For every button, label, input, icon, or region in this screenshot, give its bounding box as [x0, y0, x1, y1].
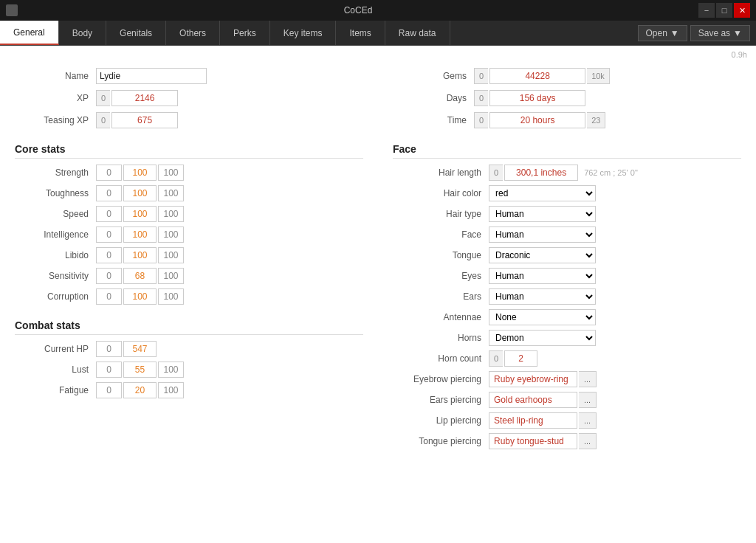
- hair-type-select[interactable]: HumanDraconicDemon: [489, 206, 596, 222]
- stat-inputs: [96, 382, 184, 398]
- stat-max-input[interactable]: [158, 165, 184, 181]
- hair-length-label: Hair length: [393, 167, 489, 178]
- stat-inputs: [96, 362, 184, 378]
- tab-others[interactable]: Others: [166, 21, 220, 45]
- horn-count-input[interactable]: [504, 350, 537, 367]
- eyes-select[interactable]: HumanDraconicDemon: [489, 268, 596, 284]
- version-label: 0.9h: [732, 50, 747, 59]
- stat-prefix-input[interactable]: [96, 165, 122, 181]
- ears-select[interactable]: HumanDraconicDemon: [489, 288, 596, 305]
- hair-color-select[interactable]: redblackblonde: [489, 185, 596, 201]
- ears-piercing-input[interactable]: [489, 392, 577, 408]
- gems-prefix: 0: [474, 68, 488, 84]
- stat-prefix-input[interactable]: [96, 288, 122, 305]
- stat-label: Toughness: [15, 188, 96, 198]
- lip-piercing-btn[interactable]: ...: [579, 412, 597, 429]
- core-stats-container: Strength Toughness Speed Intelligence Li…: [15, 165, 363, 305]
- name-input[interactable]: [96, 68, 207, 84]
- tab-items[interactable]: Items: [336, 21, 385, 45]
- tab-genitals[interactable]: Genitals: [106, 21, 166, 45]
- hair-color-label: Hair color: [393, 188, 489, 198]
- stat-label: Libido: [15, 250, 96, 260]
- stat-value-input[interactable]: [123, 206, 157, 222]
- tongue-piercing-btn[interactable]: ...: [579, 433, 597, 449]
- stat-max-input[interactable]: [158, 288, 184, 305]
- stat-prefix-input[interactable]: [96, 185, 122, 201]
- stat-inputs: [96, 185, 184, 201]
- xp-input[interactable]: [111, 90, 178, 106]
- tab-raw-data[interactable]: Raw data: [385, 21, 450, 45]
- lip-piercing-label: Lip piercing: [393, 415, 489, 426]
- stat-value-input[interactable]: [123, 185, 157, 201]
- eyebrow-piercing-input[interactable]: [489, 371, 577, 387]
- stat-max-input[interactable]: [158, 206, 184, 222]
- stat-prefix-input[interactable]: [96, 268, 122, 284]
- stat-value-input[interactable]: [123, 226, 157, 243]
- eyebrow-piercing-label: Eyebrow piercing: [393, 374, 489, 384]
- ears-piercing-btn[interactable]: ...: [579, 392, 597, 408]
- stat-prefix-input[interactable]: [96, 206, 122, 222]
- stat-value-input[interactable]: [123, 382, 157, 398]
- teasing-xp-prefix: 0: [96, 112, 110, 128]
- eyebrow-piercing-btn[interactable]: ...: [579, 371, 597, 387]
- stat-value-input[interactable]: [123, 362, 157, 378]
- gems-input[interactable]: [489, 68, 585, 84]
- xp-input-group: 0: [96, 90, 178, 106]
- tongue-select[interactable]: DraconicHumanNone: [489, 247, 596, 263]
- combat-stats-title: Combat stats: [15, 319, 363, 335]
- antennae-select[interactable]: NoneHumanDraconic: [489, 309, 596, 325]
- stat-inputs: [96, 341, 157, 357]
- ears-piercing-row: Ears piercing ...: [393, 392, 741, 408]
- minimize-button[interactable]: −: [698, 3, 715, 18]
- time-label: Time: [393, 115, 474, 125]
- time-row: Time 0 23: [393, 112, 741, 128]
- teasing-xp-input-group: 0: [96, 112, 178, 128]
- eyes-row: Eyes HumanDraconicDemon: [393, 268, 741, 284]
- stat-value-input[interactable]: [123, 268, 157, 284]
- tongue-label: Tongue: [393, 250, 489, 260]
- main-content: 0.9h Name XP 0 Teasing XP 0: [0, 46, 756, 543]
- tab-perks[interactable]: Perks: [220, 21, 270, 45]
- stat-prefix-input[interactable]: [96, 247, 122, 263]
- app-icon: [6, 4, 18, 16]
- horns-select[interactable]: DemonNoneDraconic: [489, 330, 596, 346]
- core-stat-row: Speed: [15, 206, 363, 222]
- ears-row: Ears HumanDraconicDemon: [393, 288, 741, 305]
- stat-prefix-input[interactable]: [96, 341, 122, 357]
- stat-max-input[interactable]: [158, 382, 184, 398]
- tongue-piercing-input[interactable]: [489, 433, 577, 449]
- time-prefix: 0: [474, 112, 488, 128]
- tab-body[interactable]: Body: [59, 21, 106, 45]
- tab-general[interactable]: General: [0, 21, 59, 45]
- time-input[interactable]: [489, 112, 585, 128]
- lip-piercing-input[interactable]: [489, 412, 577, 429]
- stat-prefix-input[interactable]: [96, 226, 122, 243]
- antennae-label: Antennae: [393, 312, 489, 322]
- stat-label: Strength: [15, 167, 96, 178]
- close-button[interactable]: ✕: [734, 3, 750, 18]
- stat-max-input[interactable]: [158, 185, 184, 201]
- tab-key-items[interactable]: Key items: [270, 21, 337, 45]
- core-stat-row: Libido: [15, 247, 363, 263]
- hair-length-input[interactable]: [504, 165, 578, 181]
- stat-value-input[interactable]: [123, 288, 157, 305]
- days-input[interactable]: [489, 90, 585, 106]
- core-stat-row: Toughness: [15, 185, 363, 201]
- stat-max-input[interactable]: [158, 226, 184, 243]
- maximize-button[interactable]: □: [716, 3, 732, 18]
- stat-value-input[interactable]: [123, 341, 157, 357]
- stat-prefix-input[interactable]: [96, 382, 122, 398]
- stat-prefix-input[interactable]: [96, 362, 122, 378]
- save-as-button[interactable]: Save as ▼: [690, 25, 750, 41]
- open-button[interactable]: Open ▼: [638, 25, 687, 41]
- hair-type-label: Hair type: [393, 209, 489, 219]
- stat-value-input[interactable]: [123, 247, 157, 263]
- core-stat-row: Intelligence: [15, 226, 363, 243]
- stat-value-input[interactable]: [123, 165, 157, 181]
- stat-max-input[interactable]: [158, 247, 184, 263]
- stat-max-input[interactable]: [158, 268, 184, 284]
- stat-inputs: [96, 288, 184, 305]
- face-type-select[interactable]: HumanDraconicDemon: [489, 226, 596, 243]
- teasing-xp-input[interactable]: [111, 112, 178, 128]
- stat-max-input[interactable]: [158, 362, 184, 378]
